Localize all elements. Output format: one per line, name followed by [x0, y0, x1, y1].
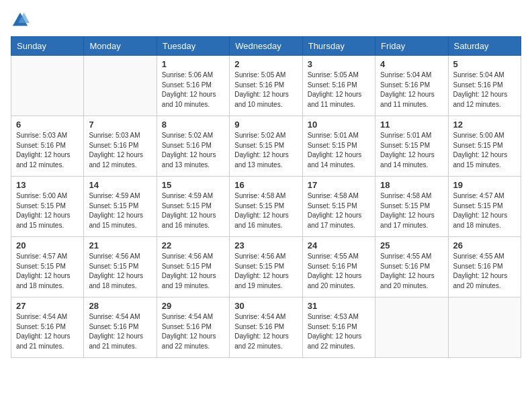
day-info: Sunrise: 4:59 AM Sunset: 5:15 PM Dayligh… [89, 191, 151, 230]
day-number: 1 [162, 59, 224, 69]
calendar-cell: 7Sunrise: 5:03 AM Sunset: 5:16 PM Daylig… [84, 116, 157, 177]
calendar-cell: 28Sunrise: 4:54 AM Sunset: 5:16 PM Dayli… [84, 298, 157, 358]
day-number: 26 [453, 240, 516, 250]
calendar-cell: 9Sunrise: 5:02 AM Sunset: 5:15 PM Daylig… [230, 116, 302, 177]
day-number: 29 [162, 301, 224, 311]
calendar-header-row: SundayMondayTuesdayWednesdayThursdayFrid… [11, 37, 521, 56]
day-number: 12 [453, 120, 516, 130]
day-number: 28 [89, 301, 151, 311]
day-info: Sunrise: 4:56 AM Sunset: 5:15 PM Dayligh… [234, 252, 297, 291]
day-number: 27 [16, 301, 79, 311]
day-number: 13 [16, 180, 79, 190]
calendar-cell: 4Sunrise: 5:04 AM Sunset: 5:16 PM Daylig… [375, 56, 448, 116]
calendar-cell: 1Sunrise: 5:06 AM Sunset: 5:16 PM Daylig… [157, 56, 229, 116]
header-monday: Monday [84, 37, 157, 56]
calendar-cell: 27Sunrise: 4:54 AM Sunset: 5:16 PM Dayli… [11, 298, 84, 358]
day-number: 9 [234, 120, 297, 130]
logo [11, 11, 32, 30]
calendar-cell: 10Sunrise: 5:01 AM Sunset: 5:15 PM Dayli… [302, 116, 375, 177]
calendar-table: SundayMondayTuesdayWednesdayThursdayFrid… [11, 36, 521, 358]
calendar-cell: 22Sunrise: 4:56 AM Sunset: 5:15 PM Dayli… [157, 237, 229, 298]
calendar-cell: 31Sunrise: 4:53 AM Sunset: 5:16 PM Dayli… [302, 298, 375, 358]
calendar-week-row: 1Sunrise: 5:06 AM Sunset: 5:16 PM Daylig… [11, 56, 521, 116]
calendar-week-row: 13Sunrise: 5:00 AM Sunset: 5:15 PM Dayli… [11, 177, 521, 237]
day-number: 2 [234, 59, 297, 69]
calendar-cell: 5Sunrise: 5:04 AM Sunset: 5:16 PM Daylig… [448, 56, 521, 116]
calendar-cell: 8Sunrise: 5:02 AM Sunset: 5:16 PM Daylig… [157, 116, 229, 177]
day-number: 4 [380, 59, 443, 69]
calendar-cell: 18Sunrise: 4:58 AM Sunset: 5:15 PM Dayli… [375, 177, 448, 237]
day-number: 20 [16, 240, 79, 250]
day-info: Sunrise: 5:01 AM Sunset: 5:15 PM Dayligh… [308, 131, 370, 170]
day-number: 21 [89, 240, 151, 250]
day-number: 16 [234, 180, 297, 190]
calendar-cell: 19Sunrise: 4:57 AM Sunset: 5:15 PM Dayli… [448, 177, 521, 237]
day-info: Sunrise: 5:03 AM Sunset: 5:16 PM Dayligh… [89, 131, 151, 170]
calendar-week-row: 20Sunrise: 4:57 AM Sunset: 5:15 PM Dayli… [11, 237, 521, 298]
calendar-cell [448, 298, 521, 358]
calendar-cell: 30Sunrise: 4:54 AM Sunset: 5:16 PM Dayli… [230, 298, 302, 358]
header-sunday: Sunday [11, 37, 84, 56]
day-info: Sunrise: 4:54 AM Sunset: 5:16 PM Dayligh… [234, 312, 297, 351]
calendar-cell: 21Sunrise: 4:56 AM Sunset: 5:15 PM Dayli… [84, 237, 157, 298]
day-number: 11 [380, 120, 443, 130]
calendar-week-row: 27Sunrise: 4:54 AM Sunset: 5:16 PM Dayli… [11, 298, 521, 358]
day-info: Sunrise: 4:54 AM Sunset: 5:16 PM Dayligh… [16, 312, 79, 351]
day-number: 10 [308, 120, 370, 130]
day-number: 25 [380, 240, 443, 250]
day-info: Sunrise: 5:02 AM Sunset: 5:16 PM Dayligh… [162, 131, 224, 170]
day-number: 3 [308, 59, 370, 69]
calendar-cell: 29Sunrise: 4:54 AM Sunset: 5:16 PM Dayli… [157, 298, 229, 358]
day-info: Sunrise: 5:02 AM Sunset: 5:15 PM Dayligh… [234, 131, 297, 170]
day-info: Sunrise: 5:00 AM Sunset: 5:15 PM Dayligh… [16, 191, 79, 230]
day-info: Sunrise: 5:03 AM Sunset: 5:16 PM Dayligh… [16, 131, 79, 170]
calendar-cell [375, 298, 448, 358]
day-number: 8 [162, 120, 224, 130]
day-number: 5 [453, 59, 516, 69]
day-info: Sunrise: 4:56 AM Sunset: 5:15 PM Dayligh… [162, 252, 224, 291]
day-number: 15 [162, 180, 224, 190]
page-header [11, 11, 521, 30]
day-info: Sunrise: 5:00 AM Sunset: 5:15 PM Dayligh… [453, 131, 516, 170]
calendar-cell: 6Sunrise: 5:03 AM Sunset: 5:16 PM Daylig… [11, 116, 84, 177]
calendar-cell: 13Sunrise: 5:00 AM Sunset: 5:15 PM Dayli… [11, 177, 84, 237]
day-info: Sunrise: 5:04 AM Sunset: 5:16 PM Dayligh… [453, 71, 516, 109]
calendar-cell: 15Sunrise: 4:59 AM Sunset: 5:15 PM Dayli… [157, 177, 229, 237]
day-number: 14 [89, 180, 151, 190]
header-tuesday: Tuesday [157, 37, 229, 56]
day-info: Sunrise: 4:58 AM Sunset: 5:15 PM Dayligh… [234, 191, 297, 230]
calendar-cell: 23Sunrise: 4:56 AM Sunset: 5:15 PM Dayli… [230, 237, 302, 298]
day-info: Sunrise: 4:57 AM Sunset: 5:15 PM Dayligh… [16, 252, 79, 291]
day-info: Sunrise: 4:54 AM Sunset: 5:16 PM Dayligh… [162, 312, 224, 351]
calendar-cell: 20Sunrise: 4:57 AM Sunset: 5:15 PM Dayli… [11, 237, 84, 298]
calendar-cell [84, 56, 157, 116]
day-number: 30 [234, 301, 297, 311]
day-number: 18 [380, 180, 443, 190]
calendar-cell: 11Sunrise: 5:01 AM Sunset: 5:15 PM Dayli… [375, 116, 448, 177]
calendar-cell: 26Sunrise: 4:55 AM Sunset: 5:16 PM Dayli… [448, 237, 521, 298]
calendar-week-row: 6Sunrise: 5:03 AM Sunset: 5:16 PM Daylig… [11, 116, 521, 177]
calendar-cell: 14Sunrise: 4:59 AM Sunset: 5:15 PM Dayli… [84, 177, 157, 237]
header-saturday: Saturday [448, 37, 521, 56]
day-number: 6 [16, 120, 79, 130]
day-number: 22 [162, 240, 224, 250]
calendar-cell: 2Sunrise: 5:05 AM Sunset: 5:16 PM Daylig… [230, 56, 302, 116]
day-info: Sunrise: 4:54 AM Sunset: 5:16 PM Dayligh… [89, 312, 151, 351]
calendar-cell: 3Sunrise: 5:05 AM Sunset: 5:16 PM Daylig… [302, 56, 375, 116]
day-info: Sunrise: 4:58 AM Sunset: 5:15 PM Dayligh… [380, 191, 443, 230]
day-info: Sunrise: 5:05 AM Sunset: 5:16 PM Dayligh… [308, 71, 370, 109]
calendar-cell: 25Sunrise: 4:55 AM Sunset: 5:16 PM Dayli… [375, 237, 448, 298]
header-friday: Friday [375, 37, 448, 56]
day-number: 17 [308, 180, 370, 190]
day-number: 19 [453, 180, 516, 190]
day-info: Sunrise: 4:57 AM Sunset: 5:15 PM Dayligh… [453, 191, 516, 230]
header-thursday: Thursday [302, 37, 375, 56]
calendar-cell [11, 56, 84, 116]
day-info: Sunrise: 4:56 AM Sunset: 5:15 PM Dayligh… [89, 252, 151, 291]
calendar-cell: 16Sunrise: 4:58 AM Sunset: 5:15 PM Dayli… [230, 177, 302, 237]
day-number: 24 [308, 240, 370, 250]
calendar-cell: 24Sunrise: 4:55 AM Sunset: 5:16 PM Dayli… [302, 237, 375, 298]
calendar-cell: 12Sunrise: 5:00 AM Sunset: 5:15 PM Dayli… [448, 116, 521, 177]
header-wednesday: Wednesday [230, 37, 302, 56]
calendar-cell: 17Sunrise: 4:58 AM Sunset: 5:15 PM Dayli… [302, 177, 375, 237]
